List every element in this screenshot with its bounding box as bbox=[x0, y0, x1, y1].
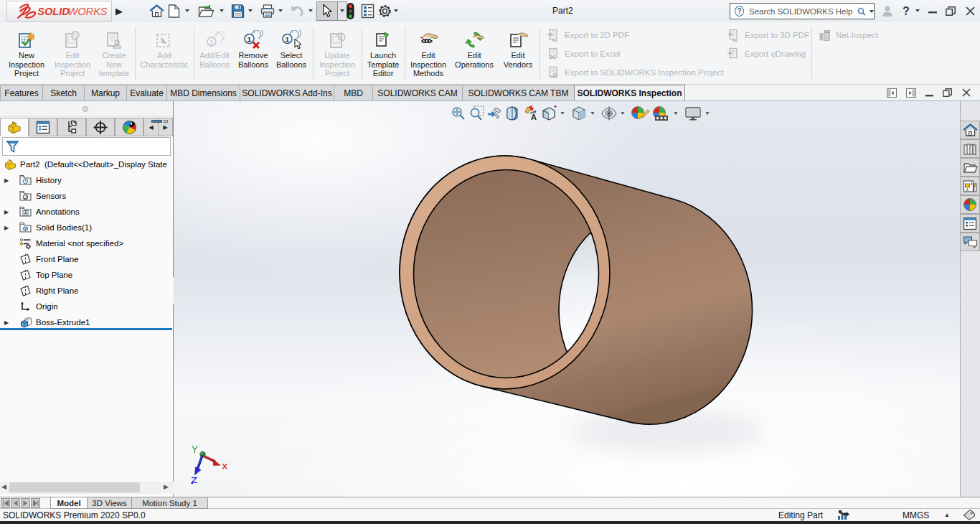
svg-text:A: A bbox=[24, 210, 27, 215]
svg-text:SOLID: SOLID bbox=[37, 6, 70, 17]
svg-text:1: 1 bbox=[286, 35, 290, 43]
svg-text:WORKS: WORKS bbox=[68, 6, 108, 17]
svg-text:1: 1 bbox=[209, 39, 213, 46]
svg-text:1: 1 bbox=[248, 35, 252, 43]
